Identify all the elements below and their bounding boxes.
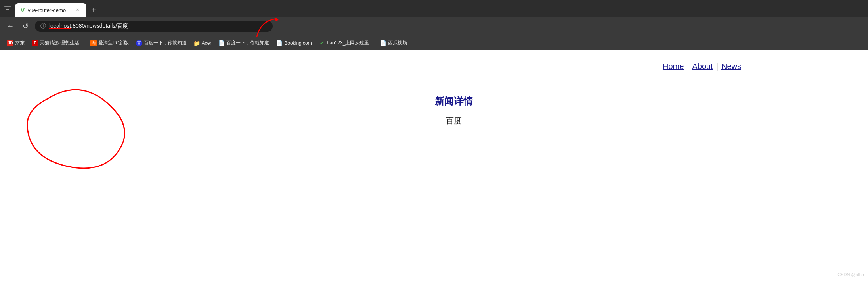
browser-chrome: V vue-router-demo × + ← ↺ ⓘ localhost:80… [0, 0, 868, 50]
red-circle-annotation [16, 83, 135, 170]
bookmark-baidu2-icon: 📄 [218, 40, 225, 46]
bookmark-taobao[interactable]: 淘 爱淘宝PC新版 [87, 38, 132, 48]
bookmark-hao123-label: hao123_上网从这里... [327, 40, 373, 46]
nav-sep-2: | [716, 62, 718, 71]
back-button[interactable]: ← [5, 21, 16, 32]
nav-links: Home | About | News [8, 62, 860, 71]
address-path: :8080/newsdetails/百度 [71, 23, 128, 29]
nav-sep-1: | [687, 62, 689, 71]
bookmark-booking-label: Booking.com [284, 40, 312, 46]
tab-bar: V vue-router-demo × + [0, 0, 868, 17]
news-detail-content: 百度 [446, 115, 462, 126]
nav-home-link[interactable]: Home [663, 62, 684, 71]
info-icon[interactable]: ⓘ [40, 23, 46, 30]
nav-about-link[interactable]: About [692, 62, 713, 71]
address-bar-row: ← ↺ ⓘ localhost:8080/newsdetails/百度 [0, 17, 868, 36]
bookmark-tmall[interactable]: T 天猫精选-理想生活... [29, 38, 86, 48]
reload-button[interactable]: ↺ [20, 21, 31, 32]
news-detail-title: 新闻详情 [435, 95, 473, 108]
tab-favicon-icon: V [21, 7, 25, 13]
bookmark-taobao-label: 爱淘宝PC新版 [98, 40, 129, 46]
bookmark-acer[interactable]: 📁 Acer [191, 39, 215, 48]
active-tab[interactable]: V vue-router-demo × [15, 3, 86, 17]
address-bar[interactable]: ⓘ localhost:8080/newsdetails/百度 [35, 21, 273, 32]
bookmark-booking[interactable]: 📄 Booking.com [273, 39, 315, 48]
bookmark-xigua-label: 西瓜视频 [388, 40, 407, 46]
window-icon [4, 6, 11, 13]
bookmark-acer-icon: 📁 [194, 40, 200, 46]
nav-news-link[interactable]: News [721, 62, 741, 71]
bookmark-baidu1-label: 百度一下，你就知道 [144, 40, 187, 46]
bookmark-hao123-icon: ✔ [319, 40, 325, 46]
bookmark-acer-label: Acer [202, 40, 212, 46]
address-localhost: localhost [49, 23, 71, 29]
bookmark-baidu2-label: 百度一下，你就知道 [226, 40, 269, 46]
bookmark-baidu2[interactable]: 📄 百度一下，你就知道 [215, 38, 272, 48]
svg-marker-2 [275, 17, 279, 21]
tab-title: vue-router-demo [28, 7, 71, 13]
bookmark-jd[interactable]: JD 京东 [4, 38, 28, 48]
news-detail-block: 新闻详情 百度 [48, 95, 860, 126]
svg-rect-0 [6, 9, 9, 10]
bookmark-jd-icon: JD [7, 40, 13, 46]
bookmark-tmall-label: 天猫精选-理想生活... [40, 40, 83, 46]
tab-close-button[interactable]: × [75, 7, 81, 13]
bookmark-booking-icon: 📄 [276, 40, 283, 46]
bookmark-hao123[interactable]: ✔ hao123_上网从这里... [316, 38, 377, 48]
page-content: Home | About | News 新闻详情 百度 [0, 50, 868, 272]
new-tab-button[interactable]: + [88, 4, 99, 15]
bookmark-baidu1[interactable]: 百 百度一下，你就知道 [133, 38, 190, 48]
bookmark-baidu1-icon: 百 [136, 40, 142, 46]
bookmark-xigua[interactable]: 📄 西瓜视频 [377, 38, 410, 48]
bookmark-tmall-icon: T [32, 40, 38, 46]
bookmark-jd-label: 京东 [15, 40, 25, 46]
address-text: localhost:8080/newsdetails/百度 [49, 23, 267, 30]
svg-rect-1 [6, 10, 9, 10]
window-controls [4, 6, 11, 13]
bookmarks-bar: JD 京东 T 天猫精选-理想生活... 淘 爱淘宝PC新版 百 百度一下，你就… [0, 36, 868, 50]
bookmark-xigua-icon: 📄 [380, 40, 386, 46]
bookmark-taobao-icon: 淘 [90, 40, 97, 46]
